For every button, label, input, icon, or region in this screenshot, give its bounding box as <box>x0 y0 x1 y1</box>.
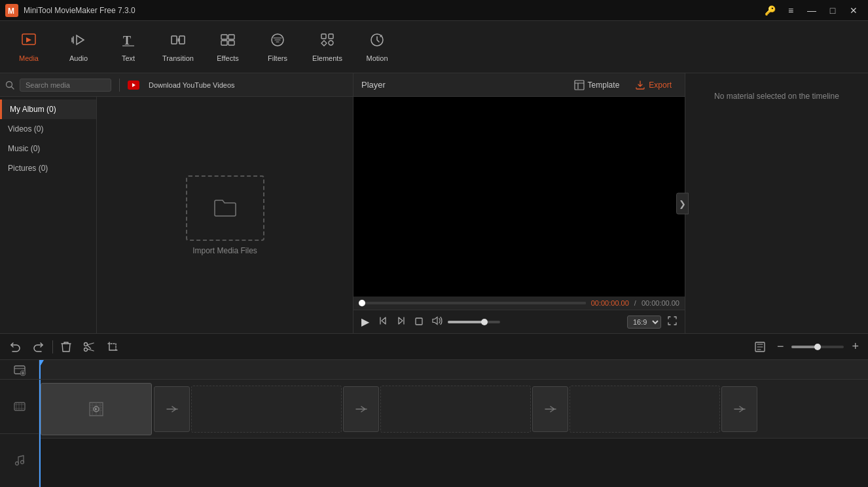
sidebar-item-videos[interactable]: Videos (0) <box>0 119 96 139</box>
audio-label: Audio <box>69 54 88 62</box>
prev-frame-button[interactable] <box>376 315 390 329</box>
close-button[interactable]: ✕ <box>844 4 863 17</box>
toolbar-item-text[interactable]: T Text <box>105 24 152 70</box>
svg-point-22 <box>84 348 88 351</box>
template-icon <box>574 80 585 90</box>
collapse-icon: ❯ <box>679 198 686 208</box>
toolbar-item-media[interactable]: Media <box>5 24 52 70</box>
transition-icon-3 <box>544 404 557 414</box>
undo-button[interactable] <box>5 338 25 355</box>
text-label: Text <box>122 54 135 62</box>
redo-button[interactable] <box>29 338 48 355</box>
export-button[interactable]: Export <box>630 77 677 93</box>
transition-clip-4[interactable] <box>721 386 757 432</box>
title-bar-controls: 🔑 ≡ — □ ✕ <box>761 4 863 17</box>
sidebar-item-music[interactable]: Music (0) <box>0 139 96 158</box>
toolbar-item-effects[interactable]: Effects <box>204 24 251 70</box>
effects-icon <box>220 32 236 52</box>
playhead-line <box>39 380 41 487</box>
media-label: Media <box>19 54 39 62</box>
minimize-icon: — <box>807 5 816 16</box>
transition-label: Transition <box>162 54 194 62</box>
player-panel: Player Template Export <box>353 73 685 333</box>
time-current: 00:00:00.00 <box>591 299 629 307</box>
toolbar-item-filters[interactable]: Filters <box>254 24 301 70</box>
timeline-tracks-area: // Will be rendered via JS below <box>39 360 868 487</box>
next-frame-button[interactable] <box>394 315 408 329</box>
transition-icon-1 <box>166 404 179 414</box>
text-icon: T <box>120 32 136 52</box>
cut-button[interactable] <box>79 338 99 355</box>
video-clip-main[interactable] <box>41 383 152 435</box>
key-button[interactable]: 🔑 <box>761 4 779 17</box>
toolbar-item-motion[interactable]: Motion <box>353 24 401 70</box>
template-button[interactable]: Template <box>569 77 625 93</box>
svg-text:T: T <box>123 34 131 47</box>
audio-icon <box>71 32 86 52</box>
play-button[interactable]: ▶ <box>359 314 372 329</box>
prev-icon <box>378 316 388 325</box>
scissors-icon <box>83 341 95 353</box>
stop-button[interactable] <box>412 315 425 329</box>
zoom-slider[interactable] <box>791 346 844 348</box>
video-track-header <box>0 380 39 434</box>
timeline-controls: − + <box>0 333 868 359</box>
svg-rect-5 <box>172 36 177 44</box>
empty-segment-2 <box>380 386 531 433</box>
video-track <box>39 380 868 439</box>
svg-rect-7 <box>221 35 227 39</box>
toolbar-item-elements[interactable]: Elements <box>304 24 351 70</box>
import-media-box[interactable] <box>186 175 264 241</box>
audio-track-header <box>0 434 39 488</box>
svg-line-17 <box>12 86 14 89</box>
player-progress: 00:00:00.00 / 00:00:00.00 <box>353 297 685 310</box>
download-youtube-button[interactable]: Download YouTube Videos <box>145 79 239 91</box>
svg-rect-20 <box>416 318 422 325</box>
fullscreen-button[interactable] <box>665 315 679 329</box>
toolbar-item-audio[interactable]: Audio <box>55 24 102 70</box>
sidebar-item-pictures[interactable]: Pictures (0) <box>0 158 96 178</box>
transition-clip-1[interactable] <box>154 386 190 432</box>
empty-segment-1 <box>191 386 342 433</box>
transition-clip-3[interactable] <box>532 386 568 432</box>
svg-rect-8 <box>228 35 234 39</box>
volume-button[interactable] <box>429 315 445 329</box>
aspect-ratio-select[interactable]: 16:9 <box>627 316 661 329</box>
import-label: Import Media Files <box>192 246 257 255</box>
motion-label: Motion <box>366 54 388 62</box>
minimize-button[interactable]: — <box>803 4 821 17</box>
panel-collapse-button[interactable]: ❯ <box>676 192 689 214</box>
sidebar: My Album (0) Videos (0) Music (0) Pictur… <box>0 97 97 333</box>
youtube-icon <box>128 81 139 90</box>
undo-icon <box>9 341 21 353</box>
time-total: 00:00:00.00 <box>642 299 679 307</box>
progress-bar[interactable] <box>359 302 586 304</box>
add-media-track-btn[interactable] <box>0 360 39 380</box>
media-content-area[interactable]: Import Media Files <box>97 97 353 333</box>
left-panel-inner: My Album (0) Videos (0) Music (0) Pictur… <box>0 97 353 333</box>
video-track-icon <box>14 401 26 412</box>
maximize-button[interactable]: □ <box>823 4 842 17</box>
svg-rect-19 <box>575 81 584 90</box>
sidebar-item-my-album[interactable]: My Album (0) <box>0 99 96 119</box>
zoom-in-button[interactable]: + <box>848 337 863 356</box>
fit-timeline-button[interactable] <box>751 339 769 355</box>
next-icon <box>397 316 406 325</box>
export-icon <box>635 80 645 90</box>
toolbar-item-transition[interactable]: Transition <box>154 24 202 70</box>
menu-button[interactable]: ≡ <box>782 4 800 17</box>
volume-slider[interactable] <box>448 321 500 323</box>
crop-icon <box>107 341 118 353</box>
search-input[interactable] <box>20 79 111 92</box>
player-title: Player <box>361 80 386 90</box>
delete-button[interactable] <box>57 338 75 355</box>
volume-icon <box>432 316 443 325</box>
crop-button[interactable] <box>103 338 122 355</box>
svg-point-21 <box>84 342 88 346</box>
key-icon: 🔑 <box>765 5 776 16</box>
svg-rect-13 <box>329 34 333 39</box>
transition-clip-2[interactable] <box>343 386 379 432</box>
right-panel: ❯ No material selected on the timeline <box>685 73 868 333</box>
youtube-button-label: Download YouTube Videos <box>149 81 235 89</box>
zoom-out-button[interactable]: − <box>773 337 788 356</box>
